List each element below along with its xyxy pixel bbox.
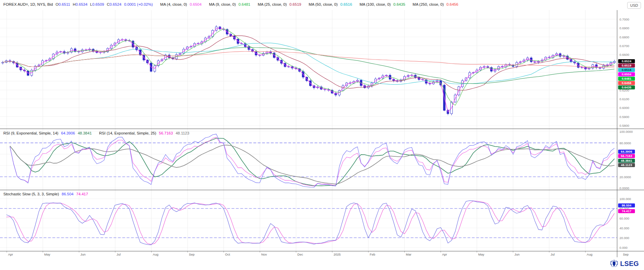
lseg-logo-text: LSEG [620,260,639,268]
x-axis-label: May [478,253,484,256]
lseg-crest-icon [610,259,618,268]
rsi-axis-badge: 56.7163 [618,154,635,158]
y-axis-tick-stochastic: 20.000 [619,236,629,240]
chart-workspace: { "app": { "currency_badge": "USD" }, "h… [0,0,644,270]
x-axis-label: Oct [225,253,230,256]
y-axis-tick-stochastic: 0.000 [619,246,628,249]
y-axis-tick-price: 0.6600 [619,53,629,56]
ohlc-open-value: 0.6511 [58,2,70,6]
ma50-value: 0.6516 [340,2,352,6]
price-axis-badge: 0.6435 [618,85,635,89]
y-axis-tick-price: 0.6000 [619,106,629,110]
y-axis-tick-price: 0.7000 [619,17,629,21]
x-axis-label: Jun [514,253,519,256]
price-axis-badge: 0.6504 [618,72,635,76]
ma100-value: 0.6435 [393,2,405,6]
rsi14-legend-label[interactable]: RSI (14, Exponential, Simple, 25) [99,131,156,135]
y-axis-tick-price: 0.6100 [619,97,629,101]
y-axis-tick-rsi: 80.0000 [619,141,631,145]
x-axis-label: May [44,253,50,256]
x-axis-label: Sep [623,253,629,256]
y-axis-tick-rsi: 20.0000 [619,175,631,179]
rsi14-avg-value: 48.1123 [175,131,189,135]
ma9-legend-label[interactable]: MA (9, close, 0) [209,2,236,6]
ohlc-open-label: O [55,2,58,6]
y-axis-tick-price: 0.6800 [619,35,629,39]
x-axis-label: Dec [297,253,303,256]
rsi9-value: 64.3906 [61,131,75,135]
y-axis-tick-stochastic: 60.000 [619,217,629,220]
x-axis-label: Apr [442,253,447,256]
y-axis-tick-price: 0.6900 [619,26,629,30]
ma25-legend-label[interactable]: MA (25, close, 0) [258,2,287,6]
price-axis-badge: 0.6516 [618,68,635,72]
x-axis-label: Nov [261,253,267,256]
ma9-value: 0.6481 [239,2,250,6]
price-chart-canvas[interactable] [0,0,644,259]
ohlc-low-value: 0.6509 [92,2,104,6]
rsi9-avg-value: 48.3841 [78,131,92,135]
price-axis-badge: 0.6481 [618,77,635,81]
stochastic-d-value: 74.417 [76,192,88,196]
x-axis-label: Aug [153,253,158,256]
x-axis-label: Aug [587,253,593,256]
y-axis-tick-rsi: 0.0000 [619,186,629,190]
y-axis-tick-rsi: 100.0000 [619,130,633,133]
ma50-legend-label[interactable]: MA (50, close, 0) [309,2,337,6]
ma25-value: 0.6519 [289,2,301,6]
x-axis-label: Jun [80,253,85,256]
lseg-logo: LSEG [610,259,639,268]
ohlc-close-value: 0.6524 [110,2,121,6]
x-axis-label: Apr [8,253,13,256]
rsi-axis-badge: 64.3906 [618,150,635,154]
rsi-axis-badge: 48.1123 [618,163,635,167]
rsi-legend: RSI (9, Exponential, Simple, 14) 64.3906… [3,131,189,135]
ohlc-close-label: C [107,2,110,6]
x-axis-label: Jul [551,253,555,256]
rsi14-value: 56.7163 [159,131,173,135]
ma4-value: 0.6504 [190,2,201,6]
stochastic-axis-badge: 74.417 [618,209,635,213]
stochastic-legend-label[interactable]: Stochastic Slow (5, 3, 3, Simple) [3,192,59,196]
stochastic-legend: Stochastic Slow (5, 3, 3, Simple) 86.504… [3,192,88,196]
x-axis-label: Sep [189,253,195,256]
y-axis-tick-stochastic: 40.000 [619,226,629,230]
ohlc-high-label: H [73,2,76,6]
price-axis-badge: 0.6524 [618,59,635,63]
ohlc-high-value: 0.6534 [76,2,87,6]
y-axis-tick-price: 0.5900 [619,115,629,119]
ma250-value: 0.6456 [446,2,458,6]
x-axis-label: Feb [370,253,375,256]
price-axis-badge: 0.6456 [618,81,635,85]
ohlc-change: 0.0001 (+0.02%) [124,2,153,6]
x-axis-label: 2025 [333,253,340,256]
ma100-legend-label[interactable]: MA (100, close, 0) [360,2,391,6]
currency-axis-badge[interactable]: USD [627,2,641,9]
x-axis-label: Mar [406,253,411,256]
rsi9-legend-label[interactable]: RSI (9, Exponential, Simple, 14) [3,131,58,135]
price-axis-badge: 0.6519 [618,64,635,68]
x-axis-label: Jul [117,253,121,256]
chart-header: FOREX AUD=, 1D, NYS, Bid O0.6511 H0.6534… [3,2,458,6]
y-axis-tick-price: 0.5800 [619,124,629,127]
ma4-legend-label[interactable]: MA (4, close, 0) [160,2,187,6]
y-axis-tick-stochastic: 100.000 [619,197,631,201]
instrument-title[interactable]: FOREX AUD=, 1D, NYS, Bid [3,2,53,6]
rsi-axis-badge: 48.3841 [618,159,635,163]
ma250-legend-label[interactable]: MA (250, close, 0) [413,2,444,6]
stochastic-axis-badge: 86.504 [618,203,635,207]
stochastic-k-value: 86.504 [62,192,74,196]
y-axis-tick-price: 0.6700 [619,44,629,48]
